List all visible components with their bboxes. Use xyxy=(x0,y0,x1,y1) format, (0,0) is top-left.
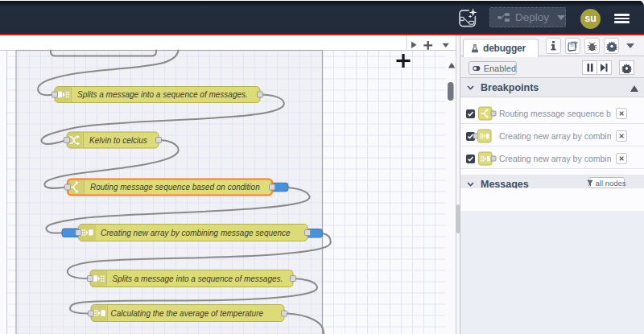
svg-text:Routing message sequence based: Routing message sequence based on condit… xyxy=(90,183,260,192)
svg-text:Creating new array by combinin: Creating new array by combining message … xyxy=(101,229,291,237)
svg-text:Kelvin to celcius: Kelvin to celcius xyxy=(89,136,147,145)
svg-text:Splits a message into a sequen: Splits a message into a sequence of mess… xyxy=(77,90,248,99)
svg-text:Splits a message into a sequen: Splits a message into a sequence of mess… xyxy=(113,274,283,283)
svg-text:Calculating the the average of: Calculating the the average of temperatu… xyxy=(111,309,264,318)
